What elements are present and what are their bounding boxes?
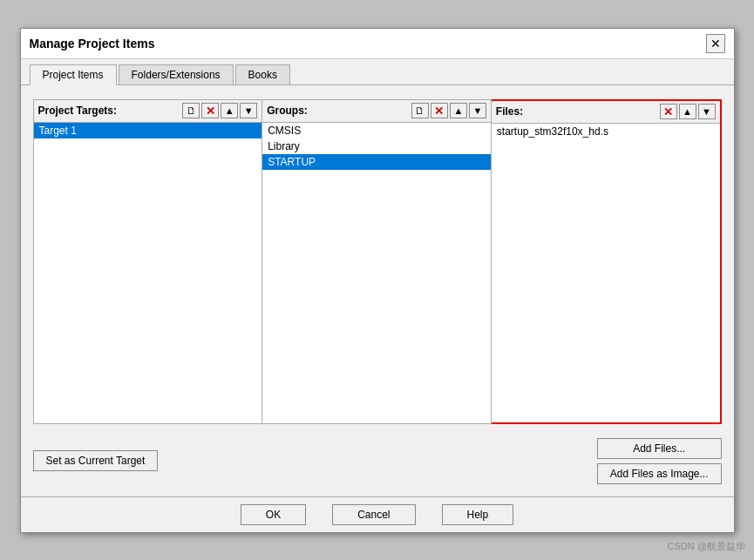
ok-button[interactable]: OK (241, 504, 306, 525)
watermark: CSDN @航景益华 (668, 540, 745, 553)
down-icon: ▼ (244, 105, 254, 116)
project-targets-header: Project Targets: 🗋 ✕ ▲ ▼ (34, 100, 262, 123)
title-bar: Manage Project Items ✕ (21, 29, 734, 59)
move-down-target-button[interactable]: ▼ (240, 103, 257, 118)
down-file-icon: ▼ (702, 106, 711, 117)
project-targets-list: Target 1 (34, 123, 262, 423)
new-target-button[interactable]: 🗋 (182, 103, 200, 118)
new-icon: 🗋 (187, 105, 196, 116)
list-item[interactable]: startup_stm32f10x_hd.s (492, 124, 720, 139)
move-down-file-button[interactable]: ▼ (698, 104, 716, 119)
manage-project-dialog: Manage Project Items ✕ Project Items Fol… (20, 28, 735, 533)
bottom-row: Set as Current Target Add Files... Add F… (33, 433, 722, 488)
up-icon: ▲ (225, 105, 234, 116)
groups-panel: Groups: 🗋 ✕ ▲ ▼ CMSIS Lib (262, 99, 492, 424)
dialog-footer: OK Cancel Help (21, 496, 734, 532)
move-up-file-button[interactable]: ▲ (679, 104, 696, 119)
project-targets-title: Project Targets: (38, 105, 181, 117)
delete-group-icon: ✕ (434, 105, 444, 118)
delete-icon: ✕ (206, 105, 215, 118)
move-down-group-button[interactable]: ▼ (469, 103, 486, 118)
cancel-button[interactable]: Cancel (332, 504, 415, 525)
help-button[interactable]: Help (442, 504, 514, 525)
tab-project-items[interactable]: Project Items (30, 64, 117, 85)
list-item[interactable]: Library (262, 138, 491, 154)
delete-target-button[interactable]: ✕ (201, 103, 219, 118)
delete-group-button[interactable]: ✕ (431, 103, 448, 118)
delete-file-button[interactable]: ✕ (660, 104, 677, 119)
list-item[interactable]: CMSIS (262, 123, 491, 138)
tab-folders-extensions[interactable]: Folders/Extensions (119, 64, 234, 84)
files-title: Files: (496, 105, 658, 118)
list-item[interactable]: Target 1 (34, 123, 262, 138)
left-buttons: Set as Current Target (33, 450, 159, 471)
up-group-icon: ▲ (453, 105, 463, 116)
files-list: startup_stm32f10x_hd.s (492, 124, 720, 422)
move-up-group-button[interactable]: ▲ (450, 103, 467, 118)
dialog-title: Manage Project Items (30, 37, 155, 51)
down-group-icon: ▼ (472, 105, 482, 116)
files-header: Files: ✕ ▲ ▼ (492, 101, 720, 124)
groups-title: Groups: (267, 105, 410, 117)
dialog-body: Project Targets: 🗋 ✕ ▲ ▼ Target 1 (21, 85, 734, 496)
panels-row: Project Targets: 🗋 ✕ ▲ ▼ Target 1 (33, 99, 722, 424)
close-button[interactable]: ✕ (706, 34, 725, 53)
groups-header: Groups: 🗋 ✕ ▲ ▼ (262, 100, 491, 123)
new-group-icon: 🗋 (415, 105, 425, 116)
set-current-target-button[interactable]: Set as Current Target (33, 450, 159, 471)
project-targets-panel: Project Targets: 🗋 ✕ ▲ ▼ Target 1 (33, 99, 263, 424)
tab-books[interactable]: Books (235, 64, 290, 84)
up-file-icon: ▲ (683, 106, 692, 117)
right-buttons: Add Files... Add Files as Image... (597, 438, 722, 484)
add-files-button[interactable]: Add Files... (597, 438, 722, 459)
add-files-as-image-button[interactable]: Add Files as Image... (597, 463, 722, 484)
files-panel: Files: ✕ ▲ ▼ startup_stm32f10x_hd.s (492, 99, 722, 424)
groups-list: CMSIS Library STARTUP (262, 123, 491, 423)
list-item[interactable]: STARTUP (262, 154, 491, 170)
tab-bar: Project Items Folders/Extensions Books (21, 59, 734, 85)
move-up-target-button[interactable]: ▲ (221, 103, 238, 118)
new-group-button[interactable]: 🗋 (411, 103, 429, 118)
delete-file-icon: ✕ (663, 105, 673, 118)
